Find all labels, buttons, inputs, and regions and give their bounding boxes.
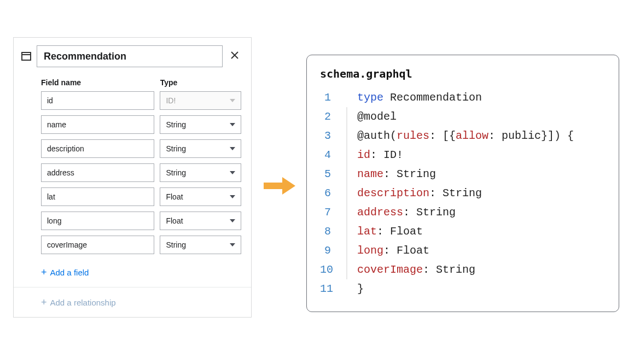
line-number: 4 [320, 145, 346, 165]
close-button[interactable] [228, 50, 241, 63]
line-number: 2 [320, 107, 346, 126]
code-line: 3@auth(rules: [{allow: public}]) { [320, 126, 606, 145]
indent-guide [346, 107, 347, 126]
code-content: @auth(rules: [{allow: public}]) { [357, 126, 574, 145]
code-filename: schema.graphql [320, 67, 606, 80]
panel-header [14, 38, 251, 75]
field-name-input[interactable] [41, 139, 154, 158]
field-name-header: Field name [41, 78, 155, 87]
field-row: Float [14, 212, 251, 236]
type-header: Type [160, 78, 241, 87]
field-name-input[interactable] [41, 212, 154, 230]
line-number: 3 [320, 126, 346, 145]
line-number: 6 [320, 184, 346, 203]
indent-guide [346, 145, 347, 165]
column-headers: Field name Type [14, 75, 251, 91]
close-icon [231, 51, 238, 61]
field-row: ID! [14, 91, 251, 115]
line-number: 7 [320, 203, 346, 222]
field-type-select[interactable]: Float [160, 212, 241, 230]
indent-guide [346, 241, 347, 260]
indent-guide [346, 203, 347, 222]
field-row: Float [14, 187, 251, 212]
add-relationship-label: Add a relationship [50, 298, 116, 307]
indent-guide [346, 165, 347, 184]
indent-guide [346, 260, 347, 279]
code-line: 4id: ID! [320, 145, 606, 165]
code-content: coverImage: String [357, 260, 475, 279]
field-type-label: String [166, 120, 186, 129]
fields-container: ID!StringStringStringFloatFloatString [14, 91, 251, 260]
field-row: String [14, 236, 251, 260]
field-name-input[interactable] [41, 91, 154, 110]
field-type-label: Float [166, 216, 183, 225]
code-content: address: String [357, 203, 456, 222]
line-number: 5 [320, 165, 346, 184]
field-row: String [14, 139, 251, 163]
code-content: @model [357, 107, 397, 126]
field-type-select[interactable]: String [160, 236, 241, 254]
chevron-down-icon [230, 195, 235, 198]
line-number: 8 [320, 222, 346, 241]
svg-rect-4 [264, 183, 282, 189]
code-lines: 1type Recommendation2@model3@auth(rules:… [320, 88, 606, 298]
field-type-select[interactable]: String [160, 115, 241, 134]
plus-icon: + [41, 297, 47, 307]
code-line: 7address: String [320, 203, 606, 222]
code-line: 8lat: Float [320, 222, 606, 241]
code-content: lat: Float [357, 222, 423, 241]
indent-guide [346, 184, 347, 203]
field-type-label: Float [166, 192, 183, 201]
code-content: id: ID! [357, 145, 403, 165]
line-number: 11 [320, 279, 346, 298]
field-name-input[interactable] [41, 115, 154, 134]
add-relationship-button[interactable]: + Add a relationship [14, 287, 251, 317]
model-editor-panel: Field name Type ID!StringStringStringFlo… [13, 37, 252, 318]
code-line: 9long: Float [320, 241, 606, 260]
code-content: name: String [357, 165, 436, 184]
svg-marker-5 [282, 177, 295, 195]
field-name-input[interactable] [41, 236, 154, 254]
chevron-down-icon [230, 99, 235, 102]
field-type-select[interactable]: String [160, 139, 241, 158]
code-line: 11} [320, 279, 606, 298]
add-field-label: Add a field [50, 268, 89, 277]
field-type-label: ID! [166, 96, 176, 105]
chevron-down-icon [230, 147, 235, 150]
svg-rect-0 [22, 52, 31, 60]
arrow-icon [264, 175, 295, 199]
code-content: type Recommendation [357, 88, 482, 107]
code-content: description: String [357, 184, 482, 203]
chevron-down-icon [230, 171, 235, 174]
code-line: 6description: String [320, 184, 606, 203]
model-icon [21, 52, 31, 61]
chevron-down-icon [230, 243, 235, 246]
field-type-select[interactable]: Float [160, 187, 241, 206]
line-number: 9 [320, 241, 346, 260]
indent-guide [346, 126, 347, 145]
chevron-down-icon [230, 219, 235, 222]
line-number: 10 [320, 260, 346, 279]
code-panel: schema.graphql 1type Recommendation2@mod… [306, 55, 619, 312]
field-name-input[interactable] [41, 163, 154, 182]
indent-guide [346, 222, 347, 241]
code-content: } [357, 279, 364, 298]
plus-icon: + [41, 267, 47, 277]
model-name-input[interactable] [37, 45, 223, 67]
code-line: 5name: String [320, 165, 606, 184]
add-field-button[interactable]: + Add a field [14, 260, 251, 287]
field-type-select: ID! [160, 91, 241, 110]
code-line: 1type Recommendation [320, 88, 606, 107]
line-number: 1 [320, 88, 346, 107]
code-line: 2@model [320, 107, 606, 126]
code-content: long: Float [357, 241, 429, 260]
field-type-label: String [166, 168, 186, 177]
chevron-down-icon [230, 123, 235, 126]
field-type-label: String [166, 240, 186, 249]
field-row: String [14, 115, 251, 139]
field-type-label: String [166, 144, 186, 153]
field-name-input[interactable] [41, 187, 154, 206]
code-line: 10coverImage: String [320, 260, 606, 279]
field-row: String [14, 163, 251, 187]
field-type-select[interactable]: String [160, 163, 241, 182]
